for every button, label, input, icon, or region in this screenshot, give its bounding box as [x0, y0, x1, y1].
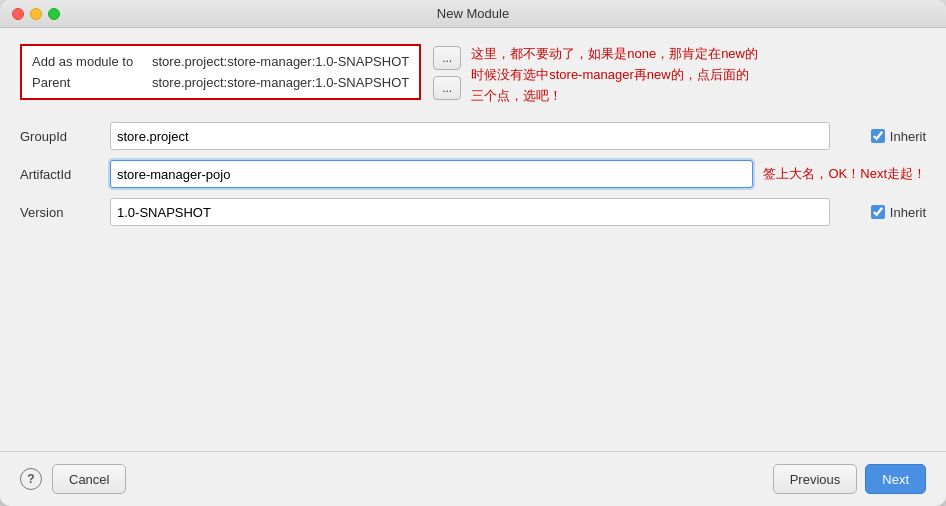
new-module-window: New Module Add as module to store.projec… [0, 0, 946, 506]
cancel-button[interactable]: Cancel [52, 464, 126, 494]
groupid-label: GroupId [20, 129, 110, 144]
next-button[interactable]: Next [865, 464, 926, 494]
artifactid-label: ArtifactId [20, 167, 110, 182]
bottom-bar: ? Cancel Previous Next [0, 451, 946, 506]
artifactid-annotation: 签上大名，OK！Next走起！ [763, 165, 926, 183]
artifactid-row: ArtifactId 签上大名，OK！Next走起！ [20, 160, 926, 188]
window-controls [12, 8, 60, 20]
version-inherit-label: Inherit [890, 205, 926, 220]
version-label: Version [20, 205, 110, 220]
help-button[interactable]: ? [20, 468, 42, 490]
groupid-row: GroupId Inherit [20, 122, 926, 150]
window-title: New Module [437, 6, 509, 21]
version-inherit-checkbox[interactable] [871, 205, 885, 219]
title-bar: New Module [0, 0, 946, 28]
groupid-input-wrapper [110, 122, 861, 150]
form-section: GroupId Inherit ArtifactId 签上大名，OK！Next走… [20, 122, 926, 226]
groupid-input[interactable] [110, 122, 830, 150]
top-row: Add as module to store.project:store-man… [20, 44, 926, 106]
previous-button[interactable]: Previous [773, 464, 858, 494]
artifactid-input[interactable] [110, 160, 753, 188]
content-spacer [20, 226, 926, 435]
version-row: Version Inherit [20, 198, 926, 226]
artifactid-input-wrapper: 签上大名，OK！Next走起！ [110, 160, 926, 188]
close-button[interactable] [12, 8, 24, 20]
groupid-inherit-label: Inherit [890, 129, 926, 144]
ellipsis-buttons: ... ... [427, 46, 461, 100]
ellipsis-button-1[interactable]: ... [433, 46, 461, 70]
parent-value: store.project:store-manager:1.0-SNAPSHOT [152, 75, 409, 90]
version-inherit[interactable]: Inherit [871, 205, 926, 220]
add-module-row: Add as module to store.project:store-man… [32, 54, 409, 69]
version-input-wrapper [110, 198, 861, 226]
groupid-inherit[interactable]: Inherit [871, 129, 926, 144]
top-annotation: 这里，都不要动了，如果是none，那肯定在new的 时候没有选中store-ma… [471, 44, 758, 106]
maximize-button[interactable] [48, 8, 60, 20]
parent-row: Parent store.project:store-manager:1.0-S… [32, 75, 409, 90]
version-input[interactable] [110, 198, 830, 226]
module-info-box: Add as module to store.project:store-man… [20, 44, 421, 100]
main-content: Add as module to store.project:store-man… [0, 28, 946, 451]
add-module-label: Add as module to [32, 54, 152, 69]
parent-label: Parent [32, 75, 152, 90]
ellipsis-button-2[interactable]: ... [433, 76, 461, 100]
minimize-button[interactable] [30, 8, 42, 20]
groupid-inherit-checkbox[interactable] [871, 129, 885, 143]
add-module-value: store.project:store-manager:1.0-SNAPSHOT [152, 54, 409, 69]
